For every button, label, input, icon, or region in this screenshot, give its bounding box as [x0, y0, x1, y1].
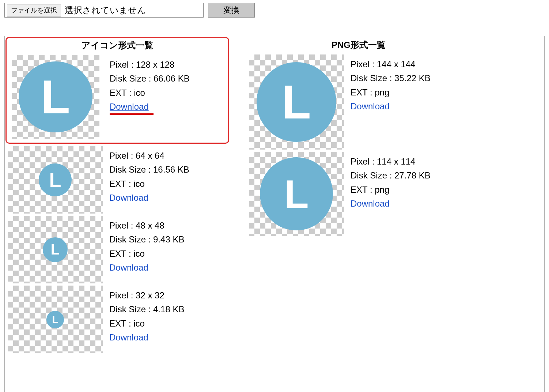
ext-line: EXT : png — [351, 86, 431, 99]
size-line: Disk Size : 4.18 KB — [109, 302, 184, 316]
icon-column: アイコン形式一覧 L Pixel : 128 x 128 Disk Size :… — [8, 39, 227, 392]
size-line: Disk Size : 27.78 KB — [351, 169, 431, 182]
pixel-line: Pixel : 144 x 144 — [351, 57, 431, 71]
preview-wrap: L — [8, 286, 103, 353]
preview-icon: L — [249, 54, 344, 150]
info-block: Pixel : 114 x 114 Disk Size : 27.78 KB E… — [351, 152, 431, 211]
png-row-0: L Pixel : 144 x 144 Disk Size : 35.22 KB… — [249, 54, 468, 150]
png-column-title: PNG形式一覧 — [249, 39, 468, 51]
icon-row-0: L Pixel : 128 x 128 Disk Size : 66.06 KB… — [8, 55, 227, 139]
info-block: Pixel : 144 x 144 Disk Size : 35.22 KB E… — [351, 54, 431, 114]
pixel-line: Pixel : 128 x 128 — [110, 58, 190, 72]
preview-wrap: L — [8, 146, 103, 214]
preview-icon: L — [8, 146, 103, 214]
file-select-status: 選択されていません — [63, 4, 146, 16]
preview-icon: L — [8, 216, 103, 283]
preview-wrap: L — [8, 216, 103, 283]
ext-line: EXT : ico — [109, 247, 184, 261]
letter-icon: L — [19, 61, 92, 132]
download-link[interactable]: Download — [109, 193, 148, 203]
info-block: Pixel : 128 x 128 Disk Size : 66.06 KB E… — [110, 55, 190, 115]
ext-line: EXT : ico — [109, 317, 184, 331]
size-line: Disk Size : 16.56 KB — [109, 163, 189, 177]
download-link[interactable]: Download — [351, 199, 390, 208]
preview-icon: L — [12, 55, 99, 139]
convert-button[interactable]: 変換 — [208, 3, 255, 18]
preview-wrap: L — [249, 54, 344, 150]
png-column: PNG形式一覧 L Pixel : 144 x 144 Disk Size : … — [249, 39, 468, 392]
results-panel: アイコン形式一覧 L Pixel : 128 x 128 Disk Size :… — [4, 36, 545, 392]
download-link[interactable]: Download — [351, 101, 390, 111]
icon-row-1: L Pixel : 64 x 64 Disk Size : 16.56 KB E… — [8, 146, 227, 214]
icon-row-3: L Pixel : 32 x 32 Disk Size : 4.18 KB EX… — [8, 286, 227, 353]
pixel-line: Pixel : 48 x 48 — [109, 219, 184, 233]
size-line: Disk Size : 66.06 KB — [110, 72, 190, 86]
letter-icon: L — [43, 237, 68, 262]
letter-icon: L — [46, 311, 64, 328]
letter-icon: L — [39, 163, 72, 196]
preview-icon: L — [8, 286, 103, 353]
pixel-line: Pixel : 114 x 114 — [351, 155, 431, 169]
info-block: Pixel : 48 x 48 Disk Size : 9.43 KB EXT … — [109, 216, 184, 275]
size-line: Disk Size : 35.22 KB — [351, 71, 431, 85]
preview-icon: L — [249, 152, 344, 236]
ext-line: EXT : png — [351, 183, 431, 197]
info-block: Pixel : 32 x 32 Disk Size : 4.18 KB EXT … — [109, 286, 184, 345]
letter-icon: L — [257, 62, 336, 142]
icon-column-title: アイコン形式一覧 — [8, 39, 227, 51]
preview-wrap: L — [249, 152, 344, 236]
download-underline-icon — [110, 113, 154, 115]
png-row-1: L Pixel : 114 x 114 Disk Size : 27.78 KB… — [249, 152, 468, 236]
info-block: Pixel : 64 x 64 Disk Size : 16.56 KB EXT… — [109, 146, 189, 205]
toolbar: ファイルを選択 選択されていません 変換 — [4, 3, 545, 18]
size-line: Disk Size : 9.43 KB — [109, 233, 184, 246]
ext-line: EXT : ico — [109, 177, 189, 191]
preview-wrap: L — [8, 55, 103, 139]
letter-icon: L — [260, 157, 333, 230]
file-input-group: ファイルを選択 選択されていません — [4, 3, 204, 18]
highlight-box: アイコン形式一覧 L Pixel : 128 x 128 Disk Size :… — [5, 37, 229, 144]
download-link[interactable]: Download — [110, 102, 149, 112]
pixel-line: Pixel : 32 x 32 — [109, 289, 184, 302]
download-link[interactable]: Download — [109, 263, 148, 272]
download-link[interactable]: Download — [109, 332, 148, 342]
file-select-button[interactable]: ファイルを選択 — [7, 4, 61, 16]
pixel-line: Pixel : 64 x 64 — [109, 149, 189, 163]
icon-row-2: L Pixel : 48 x 48 Disk Size : 9.43 KB EX… — [8, 216, 227, 283]
ext-line: EXT : ico — [110, 86, 190, 100]
